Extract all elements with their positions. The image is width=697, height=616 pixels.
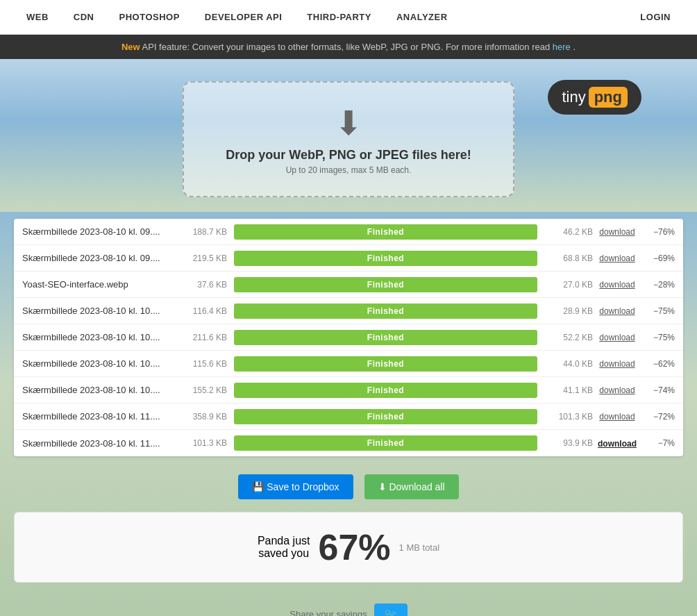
download-link[interactable]: download <box>599 227 635 237</box>
progress-bar: Finished <box>234 330 537 345</box>
table-row: Skærmbillede 2023-08-10 kl. 10.... 116.4… <box>14 298 683 324</box>
save-to-dropbox-button[interactable]: 💾 Save to Dropbox <box>238 474 353 499</box>
savings-total: 1 MB total <box>399 542 440 553</box>
savings-percent-cell: −7% <box>641 438 675 448</box>
progress-bar: Finished <box>234 303 537 319</box>
download-link-cell: download <box>593 411 641 422</box>
progress-bar: Finished <box>234 277 537 292</box>
file-name: Skærmbillede 2023-08-10 kl. 10.... <box>22 332 175 342</box>
progress-label: Finished <box>367 306 404 316</box>
savings-percent: 67% <box>319 526 391 568</box>
savings-percent-cell: −62% <box>641 359 675 369</box>
savings-percent-cell: −76% <box>641 227 675 237</box>
table-row: Skærmbillede 2023-08-10 kl. 10.... 211.6… <box>14 324 683 351</box>
nav-analyzer[interactable]: ANALYZER <box>384 12 460 22</box>
download-link[interactable]: download <box>599 412 635 422</box>
file-orig-size: 188.7 KB <box>175 227 227 237</box>
table-row: Skærmbillede 2023-08-10 kl. 10.... 115.6… <box>14 351 683 377</box>
share-label: Share your savings <box>289 609 367 616</box>
file-orig-size: 358.9 KB <box>175 412 227 422</box>
share-row: Share your savings 🐦 <box>0 597 697 616</box>
table-row: Skærmbillede 2023-08-10 kl. 11.... 358.9… <box>14 403 683 430</box>
file-compressed-size: 68.8 KB <box>544 253 593 263</box>
file-compressed-size: 44.0 KB <box>544 359 593 369</box>
table-row: Skærmbillede 2023-08-10 kl. 10.... 155.2… <box>14 377 683 403</box>
progress-label: Finished <box>367 385 404 395</box>
download-link[interactable]: download <box>599 253 635 263</box>
savings-summary-box: Panda just saved you 67% 1 MB total <box>14 512 683 583</box>
table-row: Skærmbillede 2023-08-10 kl. 09.... 219.5… <box>14 245 683 272</box>
file-compressed-size: 93.9 KB <box>544 438 593 448</box>
progress-label: Finished <box>367 280 404 290</box>
drop-zone[interactable]: ⬇ Drop your WebP, PNG or JPEG files here… <box>183 81 514 197</box>
file-name: Skærmbillede 2023-08-10 kl. 10.... <box>22 358 175 369</box>
banner-link[interactable]: here <box>553 42 571 52</box>
twitter-share-button[interactable]: 🐦 <box>374 603 408 616</box>
download-link[interactable]: download <box>599 280 635 290</box>
file-orig-size: 211.6 KB <box>175 333 227 342</box>
download-link[interactable]: download <box>599 385 635 395</box>
savings-percent-cell: −28% <box>641 280 675 290</box>
file-compressed-size: 27.0 KB <box>544 280 593 290</box>
progress-label: Finished <box>367 227 404 237</box>
progress-bar: Finished <box>234 224 537 240</box>
file-compressed-size: 52.2 KB <box>544 333 593 342</box>
savings-percent-cell: −75% <box>641 333 675 342</box>
hero-section: ⬇ Drop your WebP, PNG or JPEG files here… <box>0 59 697 212</box>
download-link-cell: download <box>593 279 641 290</box>
download-link-cell: download <box>593 332 641 342</box>
table-row: Skærmbillede 2023-08-10 kl. 11.... 101.3… <box>14 430 683 456</box>
action-buttons: 💾 Save to Dropbox ⬇ Download all <box>0 463 697 506</box>
file-orig-size: 219.5 KB <box>175 253 227 263</box>
savings-text1: Panda just <box>258 535 310 547</box>
table-row: Yoast-SEO-interface.webp 37.6 KB Finishe… <box>14 272 683 298</box>
upload-icon: ⬇ <box>226 103 471 142</box>
file-orig-size: 115.6 KB <box>175 359 227 369</box>
download-all-button[interactable]: ⬇ Download all <box>364 474 459 499</box>
file-compressed-size: 41.1 KB <box>544 385 593 395</box>
file-name: Skærmbillede 2023-08-10 kl. 09.... <box>22 253 175 263</box>
nav-cdn[interactable]: CDN <box>61 12 107 22</box>
savings-percent-cell: −75% <box>641 306 675 316</box>
download-link-cell: download <box>593 385 641 395</box>
savings-text2: saved you <box>258 547 309 559</box>
file-compressed-size: 28.9 KB <box>544 306 593 316</box>
file-table: Skærmbillede 2023-08-10 kl. 09.... 188.7… <box>14 219 683 456</box>
nav-photoshop[interactable]: PHOTOSHOP <box>107 12 192 22</box>
progress-label: Finished <box>367 253 404 263</box>
file-name: Skærmbillede 2023-08-10 kl. 10.... <box>22 385 175 395</box>
file-orig-size: 101.3 KB <box>175 438 227 448</box>
download-link[interactable]: download <box>599 359 635 369</box>
drop-subtitle: Up to 20 images, max 5 MB each. <box>226 165 471 175</box>
progress-label: Finished <box>367 333 404 342</box>
file-name: Yoast-SEO-interface.webp <box>22 279 175 290</box>
nav-web[interactable]: WEB <box>14 12 61 22</box>
download-link[interactable]: download <box>599 333 635 342</box>
progress-label: Finished <box>367 412 404 422</box>
nav: WEB CDN PHOTOSHOP DEVELOPER API THIRD-PA… <box>0 0 697 35</box>
tinypng-logo: tiny png <box>548 80 641 115</box>
download-link[interactable]: download <box>599 306 635 316</box>
nav-developer-api[interactable]: DEVELOPER API <box>192 12 294 22</box>
nav-third-party[interactable]: THIRD-PARTY <box>294 12 384 22</box>
file-compressed-size: 101.3 KB <box>544 412 593 422</box>
announcement-banner: New API feature: Convert your images to … <box>0 35 697 59</box>
progress-bar: Finished <box>234 409 537 424</box>
banner-text: API feature: Convert your images to othe… <box>142 42 553 52</box>
download-link-cell: download <box>593 358 641 369</box>
drop-title: Drop your WebP, PNG or JPEG files here! <box>226 148 471 163</box>
progress-bar: Finished <box>234 435 537 451</box>
banner-end: . <box>573 42 576 52</box>
savings-percent-cell: −72% <box>641 412 675 422</box>
logo-tiny: tiny <box>562 88 585 106</box>
banner-new-label: New <box>121 42 140 52</box>
file-compressed-size: 46.2 KB <box>544 227 593 237</box>
file-orig-size: 155.2 KB <box>175 385 227 395</box>
download-link[interactable]: download <box>598 439 637 449</box>
download-link-cell: download <box>593 438 641 449</box>
nav-login[interactable]: LOGIN <box>628 12 683 22</box>
savings-percent-cell: −69% <box>641 253 675 263</box>
progress-bar: Finished <box>234 356 537 372</box>
file-name: Skærmbillede 2023-08-10 kl. 10.... <box>22 306 175 316</box>
file-name: Skærmbillede 2023-08-10 kl. 11.... <box>22 411 175 422</box>
